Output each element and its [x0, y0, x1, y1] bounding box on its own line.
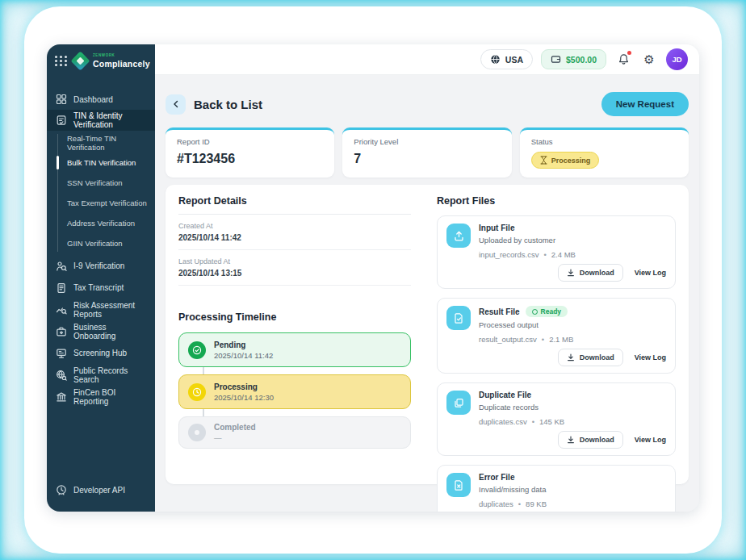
- subitem-label: Tax Exempt Verification: [67, 199, 147, 207]
- status-text: Processing: [551, 157, 591, 165]
- file-size: 89 KB: [526, 499, 547, 508]
- file-name: Result File: [479, 307, 520, 316]
- file-filename: result_output.csv: [479, 335, 537, 344]
- back-button[interactable]: [166, 94, 186, 115]
- file-check-icon: [446, 306, 471, 330]
- view-log-link[interactable]: View Log: [635, 269, 666, 277]
- stat-label: Status: [531, 137, 677, 146]
- status-badge: Processing: [531, 152, 600, 169]
- sidebar-item-i9-verification[interactable]: I-9 Verification: [47, 255, 155, 277]
- download-button[interactable]: Download: [558, 349, 623, 366]
- stats-row: Report ID #T123456 Priority Level 7 Stat…: [166, 127, 689, 178]
- field-label: Created At: [178, 222, 411, 230]
- sidebar-subitem-bulk-tin[interactable]: Bulk TIN Verification: [47, 153, 155, 173]
- balance-amount: $500.00: [566, 55, 597, 65]
- compliancely-logo-icon: [73, 54, 87, 68]
- report-id-value: #T123456: [177, 152, 323, 166]
- file-size: 145 KB: [539, 417, 564, 426]
- timeline-step-date: —: [214, 433, 256, 442]
- sidebar-subitem-tax-exempt[interactable]: Tax Exempt Verification: [47, 193, 155, 213]
- file-filename: duplicates: [479, 499, 513, 508]
- report-panel: Report Details Created At 2025/10/14 11:…: [166, 185, 689, 484]
- sidebar-nav: Dashboard TIN & Identity Verification Re…: [47, 89, 155, 512]
- file-size: 2.4 MB: [551, 250, 576, 259]
- dashboard-icon: [56, 94, 67, 105]
- file-meta: result_output.csv2.1 MB: [479, 335, 573, 344]
- sidebar-item-fincen-boi[interactable]: FinCen BOI Reporting: [47, 386, 155, 407]
- view-log-link[interactable]: View Log: [635, 353, 666, 361]
- logo-row: ZENWORK Compliancely: [47, 44, 155, 76]
- app-launcher-icon[interactable]: [55, 56, 68, 66]
- file-meta: input_records.csv2.4 MB: [479, 250, 576, 259]
- sidebar-item-label: Tax Transcript: [73, 283, 124, 292]
- file-name: Input File: [479, 224, 514, 232]
- balance-pill[interactable]: $500.00: [541, 49, 606, 69]
- settings-button[interactable]: ⚙: [640, 51, 658, 69]
- screen: ZENWORK Compliancely Dashboard TIN & Ide…: [0, 0, 746, 560]
- sidebar-item-risk-assessment[interactable]: Risk Assessment Reports: [47, 299, 155, 320]
- country-selector[interactable]: USA: [480, 49, 533, 69]
- timeline-step-pending: Pending 2025/10/14 11:42: [178, 332, 411, 367]
- timeline-step-completed: Completed —: [178, 416, 411, 449]
- file-card-result: Result File Ready Processed output resul…: [437, 298, 676, 374]
- field-last-updated: Last Updated At 2025/10/14 13:15: [178, 250, 411, 286]
- file-description: Uploaded by customer: [479, 236, 576, 244]
- new-request-button[interactable]: New Request: [601, 92, 689, 116]
- sidebar-item-tax-transcript[interactable]: Tax Transcript: [47, 277, 155, 299]
- sidebar-item-developer-api[interactable]: Developer API: [47, 479, 155, 500]
- report-detail-page: Back to List New Request Report ID #T123…: [155, 75, 699, 512]
- ready-badge: Ready: [526, 306, 568, 317]
- field-value: 2025/10/14 11:42: [178, 233, 411, 242]
- globe-search-icon: [56, 370, 67, 381]
- country-label: USA: [505, 55, 523, 65]
- sidebar-item-label: I-9 Verification: [73, 261, 124, 270]
- ready-label: Ready: [541, 307, 562, 316]
- sidebar-subitem-ssn[interactable]: SSN Verification: [47, 173, 155, 193]
- sidebar-item-screening-hub[interactable]: Screening Hub: [47, 342, 155, 364]
- download-button[interactable]: Download: [558, 264, 623, 282]
- file-name: Duplicate File: [479, 391, 531, 399]
- timeline-step-date: 2025/10/14 12:30: [214, 393, 274, 402]
- file-card-error: Error File Invalid/missing data duplicat…: [437, 465, 676, 512]
- notifications-button[interactable]: [614, 51, 632, 69]
- file-card-input: Input File Uploaded by customer input_re…: [437, 215, 676, 289]
- pending-dot-icon: [188, 424, 206, 441]
- stat-card-priority: Priority Level 7: [342, 127, 511, 178]
- page-title: Back to List: [194, 98, 262, 111]
- brand-product: Compliancely: [93, 60, 150, 69]
- developer-api-icon: [56, 484, 67, 495]
- download-button[interactable]: Download: [558, 431, 623, 449]
- sidebar-item-public-records-search[interactable]: Public Records Search: [47, 364, 155, 386]
- stat-card-status: Status Processing: [520, 127, 689, 178]
- topbar: USA $500.00 ⚙ JD: [155, 44, 699, 75]
- sidebar-item-business-onboarding[interactable]: Business Onboarding: [47, 320, 155, 342]
- file-filename: input_records.csv: [479, 250, 539, 259]
- view-log-link[interactable]: View Log: [635, 436, 666, 444]
- monitor-icon: [56, 348, 67, 359]
- file-meta: duplicates.csv145 KB: [479, 417, 564, 426]
- timeline-step-label: Completed: [214, 423, 256, 432]
- field-label: Last Updated At: [178, 257, 411, 265]
- priority-value: 7: [354, 152, 500, 166]
- user-avatar[interactable]: JD: [666, 48, 688, 70]
- avatar-initials: JD: [672, 55, 681, 64]
- sidebar-subitem-giin[interactable]: GIIN Verification: [47, 233, 155, 253]
- download-label: Download: [580, 269, 614, 277]
- sidebar-item-dashboard[interactable]: Dashboard: [47, 89, 155, 110]
- check-circle-icon: [188, 341, 206, 359]
- sidebar-item-label: Screening Hub: [73, 349, 127, 357]
- timeline-connector: [203, 367, 204, 374]
- sidebar-item-label: Risk Assessment Reports: [73, 301, 146, 319]
- compliancely-app: ZENWORK Compliancely Dashboard TIN & Ide…: [47, 44, 699, 512]
- download-icon: [567, 353, 575, 361]
- page-header: Back to List New Request: [166, 93, 689, 115]
- clock-icon: [188, 383, 206, 401]
- sidebar-item-label: Developer API: [73, 486, 125, 495]
- report-files-title: Report Files: [437, 195, 676, 207]
- sidebar-item-tin-identity-verification[interactable]: TIN & Identity Verification: [47, 110, 155, 131]
- sidebar-subitem-realtime-tin[interactable]: Real-Time TIN Verification: [47, 132, 155, 153]
- report-details-column: Report Details Created At 2025/10/14 11:…: [178, 195, 411, 512]
- subitem-label: Bulk TIN Verification: [67, 158, 136, 167]
- hourglass-icon: [540, 156, 547, 165]
- sidebar-subitem-address[interactable]: Address Verification: [47, 213, 155, 233]
